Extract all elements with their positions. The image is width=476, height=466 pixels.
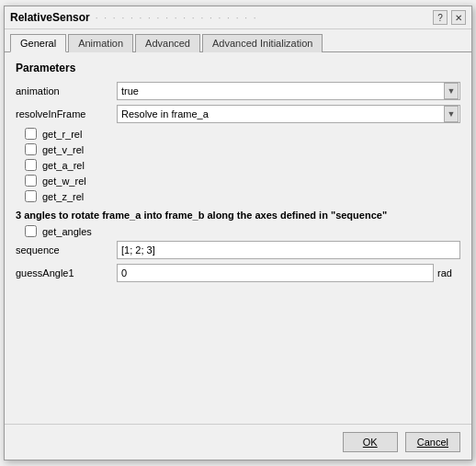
animation-control: true false ▼ [117,82,460,100]
content-area: Parameters animation true false ▼ resolv… [5,52,471,424]
resolve-in-frame-row: resolveInFrame Resolve in frame_a Resolv… [16,105,460,123]
checkbox-get-angles[interactable] [25,225,37,237]
cancel-button[interactable]: Cancel [405,432,460,452]
help-button[interactable]: ? [433,10,448,25]
animation-select[interactable]: true false [117,82,460,100]
checkbox-label-get-z-rel: get_z_rel [42,191,84,202]
title-dots: · · · · · · · · · · · · · · · · · · · [96,13,258,23]
checkbox-label-get-r-rel: get_r_rel [42,129,82,140]
tab-bar: General Animation Advanced Advanced Init… [5,29,471,52]
tab-animation[interactable]: Animation [68,34,133,52]
guess-angle1-unit: rad [437,267,460,278]
animation-select-wrapper: true false ▼ [117,82,460,100]
sequence-row: sequence [16,241,460,259]
title-bar-left: RelativeSensor · · · · · · · · · · · · ·… [10,11,258,24]
resolve-in-frame-control: Resolve in frame_a Resolve in frame_b Re… [117,105,460,123]
sequence-input[interactable] [117,241,460,259]
guess-angle1-row: guessAngle1 rad [16,264,460,282]
title-bar: RelativeSensor · · · · · · · · · · · · ·… [5,6,471,29]
checkbox-label-get-v-rel: get_v_rel [42,144,84,155]
checkbox-row-get-angles: get_angles [16,225,460,237]
checkbox-get-z-rel[interactable] [25,190,37,202]
section-title: Parameters [16,62,460,74]
sequence-control [117,241,460,259]
resolve-in-frame-select-wrapper: Resolve in frame_a Resolve in frame_b Re… [117,105,460,123]
checkbox-label-get-a-rel: get_a_rel [42,160,85,171]
checkbox-row-get-a-rel: get_a_rel [16,159,460,171]
checkbox-get-v-rel[interactable] [25,143,37,155]
tab-advanced-initialization[interactable]: Advanced Initialization [202,34,323,52]
animation-label: animation [16,85,117,97]
dialog: RelativeSensor · · · · · · · · · · · · ·… [4,6,472,460]
checkbox-get-w-rel[interactable] [25,175,37,187]
resolve-in-frame-label: resolveInFrame [16,108,117,119]
checkbox-label-get-angles: get_angles [42,226,92,237]
checkbox-get-a-rel[interactable] [25,159,37,171]
checkbox-get-r-rel[interactable] [25,128,37,140]
animation-row: animation true false ▼ [16,82,460,100]
close-button[interactable]: ✕ [451,10,466,25]
dialog-title: RelativeSensor [10,11,90,24]
tab-advanced[interactable]: Advanced [135,34,200,52]
title-bar-right: ? ✕ [433,10,466,25]
footer: OK Cancel [5,424,471,460]
resolve-in-frame-select[interactable]: Resolve in frame_a Resolve in frame_b Re… [117,105,460,123]
tab-general[interactable]: General [10,34,66,52]
guess-angle1-label: guessAngle1 [16,267,117,278]
checkbox-label-get-w-rel: get_w_rel [42,176,86,187]
description-text: 3 angles to rotate frame_a into frame_b … [16,210,460,221]
checkbox-row-get-z-rel: get_z_rel [16,190,460,202]
sequence-label: sequence [16,244,117,256]
guess-angle1-input[interactable] [117,264,434,282]
checkbox-row-get-w-rel: get_w_rel [16,175,460,187]
checkbox-row-get-v-rel: get_v_rel [16,143,460,155]
checkbox-row-get-r-rel: get_r_rel [16,128,460,140]
guess-angle1-control: rad [117,264,460,282]
ok-button[interactable]: OK [343,432,398,452]
